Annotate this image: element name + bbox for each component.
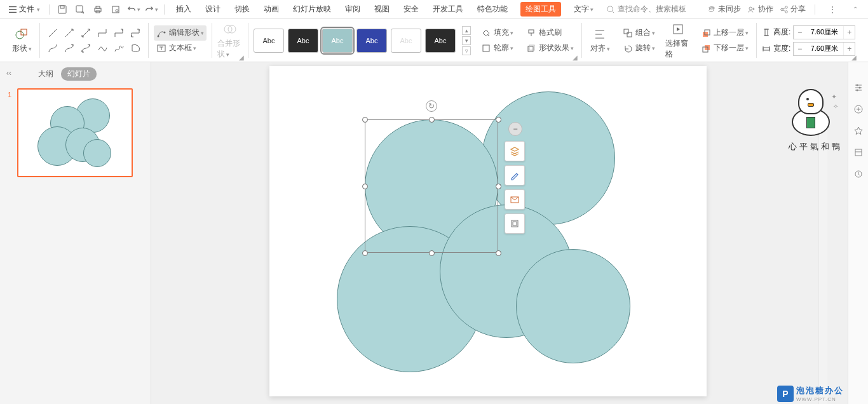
shape-effects-button[interactable]: 形状效果	[524, 41, 576, 56]
tab-insert[interactable]: 插入	[175, 1, 193, 17]
print-preview-icon[interactable]	[108, 2, 123, 17]
slide-canvas[interactable]: ↻ −	[151, 62, 848, 404]
collapse-toolbar-icon[interactable]: −	[508, 122, 522, 136]
vertical-scrollbar[interactable]	[818, 125, 827, 404]
outline-button[interactable]: 轮廓	[478, 41, 516, 56]
freeform-icon[interactable]	[128, 41, 143, 55]
command-search[interactable]: 查找命令、搜索模板	[606, 4, 686, 15]
style-swatch-2[interactable]: Abc	[288, 29, 318, 53]
freeform-curve-icon[interactable]	[95, 41, 110, 55]
width-field[interactable]	[805, 45, 843, 53]
format-dialog-launcher-icon[interactable]: ◢	[573, 54, 579, 60]
text-box-button[interactable]: 文本框	[154, 41, 207, 56]
pen-tool-icon[interactable]	[505, 165, 525, 185]
print-icon[interactable]	[90, 2, 105, 17]
height-field[interactable]	[805, 29, 843, 36]
save-as-icon[interactable]	[72, 2, 88, 17]
resize-handle-e[interactable]	[496, 184, 501, 189]
align-button[interactable]: 对齐	[587, 27, 613, 54]
outline-icon	[481, 43, 491, 53]
star-rail-icon[interactable]	[852, 125, 865, 137]
line-shapes-gallery[interactable]	[45, 26, 143, 55]
curve-double-arrow-icon[interactable]	[78, 41, 93, 55]
scribble-icon[interactable]	[111, 41, 126, 55]
redo-icon[interactable]	[144, 2, 159, 17]
elbow-double-arrow-icon[interactable]	[128, 26, 143, 40]
style-scroll-down-icon[interactable]: ▾	[462, 36, 471, 45]
tab-transition[interactable]: 切换	[233, 1, 251, 17]
edit-shape-button[interactable]: 编辑形状	[154, 25, 207, 41]
save-icon[interactable]	[55, 2, 70, 17]
rotate-button[interactable]: 旋转	[620, 41, 658, 56]
slides-mode-tab[interactable]: 幻灯片	[61, 67, 97, 81]
tab-slideshow[interactable]: 幻灯片放映	[292, 1, 332, 17]
height-input[interactable]: − +	[793, 25, 855, 39]
format-painter-button[interactable]: 格式刷	[524, 25, 576, 41]
tab-security[interactable]: 安全	[402, 1, 420, 17]
height-decrement[interactable]: −	[794, 26, 805, 39]
resize-handle-nw[interactable]	[362, 117, 368, 123]
layer-tool-icon[interactable]	[505, 141, 525, 161]
collapse-panel-icon[interactable]: ‹‹	[6, 69, 11, 77]
more-menu-icon[interactable]: ⋮	[824, 2, 841, 17]
rotate-handle-icon[interactable]: ↻	[426, 100, 437, 112]
envelope-tool-icon[interactable]	[505, 189, 525, 210]
width-input[interactable]: − +	[793, 42, 855, 56]
group-dialog-launcher-icon[interactable]: ◢	[239, 54, 245, 60]
slide-thumbnail-1[interactable]	[17, 88, 133, 177]
tab-drawing-tools[interactable]: 绘图工具	[520, 2, 561, 17]
resize-handle-ne[interactable]	[496, 117, 501, 123]
tab-devtools[interactable]: 开发工具	[431, 1, 465, 17]
share-button[interactable]: 分享	[780, 4, 806, 15]
resize-handle-w[interactable]	[362, 184, 368, 189]
tab-view[interactable]: 视图	[373, 1, 391, 17]
settings-rail-icon[interactable]	[852, 81, 865, 94]
selection-pane-button[interactable]: 选择窗格	[665, 22, 691, 60]
group-button[interactable]: 组合	[620, 25, 658, 41]
height-increment[interactable]: +	[843, 26, 855, 39]
slide-surface[interactable]: ↻ −	[269, 66, 707, 396]
send-backward-button[interactable]: 下移一层	[698, 41, 751, 56]
tab-review[interactable]: 审阅	[344, 1, 362, 17]
line-straight-icon[interactable]	[45, 26, 60, 40]
resize-handle-n[interactable]	[429, 117, 435, 123]
resize-handle-se[interactable]	[496, 250, 501, 256]
width-decrement[interactable]: −	[794, 43, 805, 55]
style-swatch-1[interactable]: Abc	[254, 29, 284, 53]
outline-mode-tab[interactable]: 大纲	[38, 69, 53, 79]
style-swatch-3[interactable]: Abc	[322, 29, 353, 53]
file-menu-button[interactable]: 文件 ▾	[5, 1, 44, 17]
add-rail-icon[interactable]	[852, 103, 865, 116]
tab-design[interactable]: 设计	[204, 1, 222, 17]
shape-circle[interactable]	[516, 249, 630, 363]
svg-rect-22	[529, 30, 534, 33]
frame-tool-icon[interactable]	[505, 213, 525, 234]
resize-handle-s[interactable]	[429, 250, 435, 256]
clipboard-rail-icon[interactable]	[852, 168, 865, 180]
style-swatch-5[interactable]: Abc	[391, 29, 421, 53]
tab-text[interactable]: 文字	[573, 1, 595, 17]
tab-features[interactable]: 特色功能	[476, 1, 509, 17]
line-arrow-icon[interactable]	[62, 26, 77, 40]
chevron-down-icon[interactable]: ⌃	[848, 2, 863, 17]
line-double-arrow-icon[interactable]	[78, 26, 93, 40]
insert-shape-button[interactable]: 形状	[9, 27, 34, 54]
collab-button[interactable]: 协作	[747, 4, 773, 15]
undo-icon[interactable]	[126, 2, 141, 17]
sync-button[interactable]: 未同步	[707, 4, 741, 15]
curve-arrow-icon[interactable]	[62, 41, 77, 55]
style-expand-icon[interactable]: ▿	[462, 46, 471, 55]
elbow-connector-icon[interactable]	[95, 26, 110, 40]
style-swatch-4[interactable]: Abc	[356, 29, 387, 53]
width-increment[interactable]: +	[843, 43, 855, 55]
style-scroll-up-icon[interactable]: ▴	[462, 26, 471, 35]
fill-button[interactable]: 填充	[478, 25, 516, 41]
curve-connector-icon[interactable]	[45, 41, 60, 55]
size-dialog-launcher-icon[interactable]: ◢	[851, 54, 858, 60]
elbow-arrow-icon[interactable]	[111, 26, 126, 40]
style-swatch-6[interactable]: Abc	[425, 29, 456, 53]
bring-forward-button[interactable]: 上移一层	[698, 25, 751, 41]
resize-handle-sw[interactable]	[362, 250, 368, 256]
template-rail-icon[interactable]	[852, 146, 865, 159]
tab-animation[interactable]: 动画	[262, 1, 280, 17]
